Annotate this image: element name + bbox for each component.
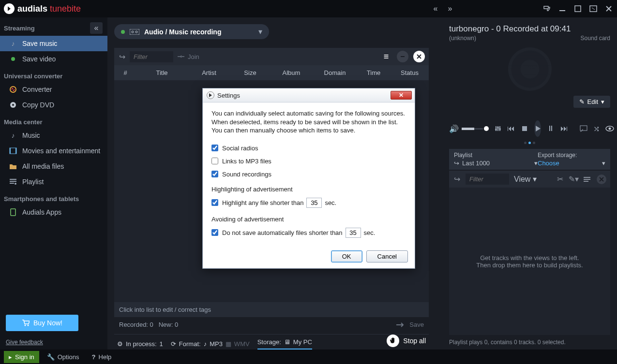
hand-icon (387, 335, 399, 347)
help-button[interactable]: ?Help (87, 351, 117, 363)
titlebar: audials tunebite « » (0, 0, 617, 17)
buy-now-button[interactable]: Buy Now! (6, 315, 78, 331)
section-highlight: Highlighting of advertisement (211, 186, 406, 193)
svg-point-15 (135, 31, 137, 33)
active-dot-icon (121, 30, 125, 34)
sidebar-item-save-music[interactable]: ♪ Save music (0, 36, 107, 51)
dialog-titlebar[interactable]: Settings ✕ (203, 88, 415, 102)
redo-icon[interactable]: ↪ (118, 53, 126, 60)
view-button[interactable]: View ▾ (514, 175, 537, 184)
svg-rect-8 (15, 148, 16, 154)
sidebar-item-save-video[interactable]: Save video (0, 51, 107, 67)
col-album[interactable]: Album (270, 69, 313, 76)
wrench-icon: 🔧 (47, 353, 55, 361)
ok-button[interactable]: OK (331, 250, 362, 262)
edit-button[interactable]: ✎Edit ▾ (573, 96, 610, 108)
checkbox-social-radios[interactable]: Social radios (211, 142, 406, 155)
maximize-icon[interactable] (573, 4, 582, 13)
svg-point-17 (495, 129, 497, 131)
svg-point-18 (497, 127, 499, 129)
dialog-close-button[interactable]: ✕ (391, 91, 412, 100)
checkbox-sound-recordings[interactable]: Sound recordings (211, 168, 406, 181)
sidebar-item-music[interactable]: ♪Music (0, 128, 107, 143)
prev-track-icon[interactable]: ⏮ (507, 124, 515, 133)
clear-circle-icon[interactable] (413, 51, 425, 62)
nav-forward-icon[interactable]: » (445, 3, 455, 14)
pause-icon[interactable]: ⏸ (547, 124, 555, 133)
col-size[interactable]: Size (231, 69, 270, 76)
queue-icon[interactable] (583, 175, 591, 183)
col-num[interactable]: # (114, 69, 136, 76)
col-domain[interactable]: Domain (313, 69, 357, 76)
collapse-sidebar-icon[interactable]: « (90, 22, 103, 34)
now-playing-title: turbonegro - 0 Recorded at 09:41 (449, 24, 610, 34)
gear-icon: ⚙ (117, 340, 123, 348)
paint-icon[interactable] (542, 4, 551, 13)
music-icon: ♪ (9, 131, 17, 140)
storage-button[interactable]: Storage: 🖥 My PC (257, 338, 312, 349)
export-storage-selector[interactable]: Choose▾ (538, 159, 605, 167)
playlist-filter-input[interactable] (466, 174, 509, 185)
sign-in-button[interactable]: ▸Sign in (4, 351, 39, 363)
redo-icon[interactable]: ↪ (453, 175, 461, 183)
play-icon[interactable] (534, 120, 541, 137)
shuffle-icon[interactable]: ⤭ (593, 124, 600, 133)
stop-all-button[interactable]: Stop all (387, 335, 426, 347)
give-feedback-link[interactable]: Give feedback (0, 337, 107, 349)
phone-icon (9, 208, 17, 217)
avoid-seconds-input[interactable] (346, 228, 361, 238)
col-artist[interactable]: Artist (187, 69, 231, 76)
col-status[interactable]: Status (391, 69, 429, 76)
join-button[interactable]: Join (177, 53, 199, 60)
svg-rect-6 (10, 148, 16, 154)
sidebar-item-playlist[interactable]: Playlist (0, 174, 107, 189)
volume-icon[interactable]: 🔊 (449, 124, 459, 133)
save-button[interactable]: Save (396, 321, 424, 328)
filter-input[interactable] (130, 51, 173, 62)
nav-back-icon[interactable]: « (430, 3, 441, 14)
cassette-icon (130, 29, 139, 35)
svg-point-12 (28, 325, 29, 326)
help-icon: ? (92, 353, 96, 361)
equalizer-icon[interactable] (495, 124, 501, 133)
list-toolbar: ↪ Join ≡ (114, 48, 429, 65)
minus-circle-icon[interactable] (397, 51, 408, 62)
playlist-dropzone[interactable]: Get tracks with the views to the left. T… (449, 188, 610, 335)
playlist-selector[interactable]: ↪Last 1000▾ (454, 159, 538, 167)
clear-playlist-icon[interactable] (597, 175, 606, 184)
checkbox-highlight[interactable]: Highlight any file shorter than (211, 199, 303, 206)
col-title[interactable]: Title (136, 69, 187, 76)
arrow-right-icon: ▸ (9, 353, 12, 361)
options-button[interactable]: 🔧Options (42, 351, 84, 363)
checkbox-mp3-links[interactable]: Links to MP3 files (211, 155, 406, 168)
sidebar-item-copy-dvd[interactable]: Copy DVD (0, 97, 107, 113)
next-track-icon[interactable]: ⏭ (560, 124, 568, 133)
section-streaming: Streaming (4, 25, 35, 32)
svg-rect-20 (580, 126, 587, 131)
app-small-icon (207, 91, 214, 99)
sidebar-item-movies[interactable]: Movies and entertainment (0, 143, 107, 159)
minimize-icon[interactable] (558, 4, 567, 13)
sidebar-item-apps[interactable]: Audials Apps (0, 204, 107, 220)
volume-slider[interactable] (462, 128, 483, 130)
cut-icon[interactable]: ✂ (556, 175, 564, 183)
hamburger-icon[interactable]: ≡ (380, 51, 392, 62)
highlight-seconds-input[interactable] (306, 198, 322, 208)
eye-icon[interactable] (605, 124, 614, 133)
cast-icon[interactable] (580, 124, 587, 133)
sidebar-item-converter[interactable]: Converter (0, 82, 107, 97)
fullscreen-icon[interactable] (589, 4, 598, 13)
close-icon[interactable] (604, 4, 613, 13)
cancel-button[interactable]: Cancel (366, 250, 408, 262)
checkbox-avoid[interactable]: Do not save automatically files shorter … (211, 229, 343, 236)
col-time[interactable]: Time (357, 69, 391, 76)
svg-point-14 (132, 31, 134, 33)
section-avoid: Avoiding of advertisement (211, 216, 406, 223)
format-button[interactable]: ⟳Format: ♪ MP3 ▦ WMV (171, 340, 250, 348)
recording-mode-selector[interactable]: Audio / Music recording ▾ (114, 24, 269, 39)
stop-icon[interactable]: ⏹ (521, 124, 528, 133)
sidebar-item-all-media[interactable]: All media files (0, 159, 107, 174)
edit-pencil-icon[interactable]: ✎▾ (570, 175, 577, 183)
in-process-button[interactable]: ⚙In process: 1 (117, 340, 163, 348)
svg-point-19 (499, 128, 501, 130)
